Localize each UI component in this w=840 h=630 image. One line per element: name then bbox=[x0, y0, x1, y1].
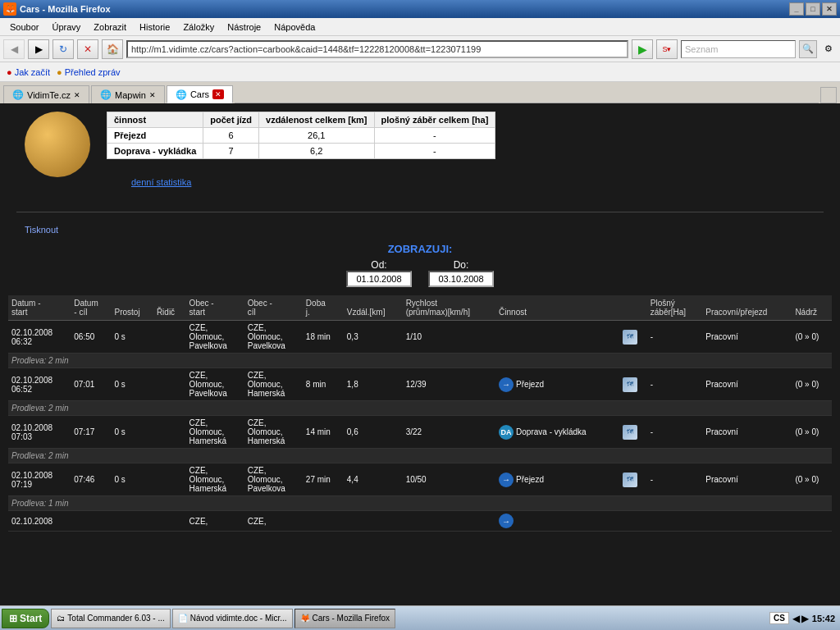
stats-cell-pocet-0: 6 bbox=[203, 128, 259, 144]
date-range: Od: Do: bbox=[4, 259, 836, 287]
search-engine-button[interactable]: S▾ bbox=[656, 39, 678, 59]
tisknout-area: Tisknout bbox=[0, 221, 840, 239]
cell-rychlost-3: 10/50 bbox=[403, 463, 495, 496]
cell-obec-cil-2: CZE,Olomouc,Hamerská bbox=[244, 416, 303, 449]
col-doba: Dobaj. bbox=[303, 295, 344, 321]
cell-nadrz-1: (0 » 0) bbox=[792, 368, 832, 401]
cell-rychlost-0: 1/10 bbox=[403, 321, 495, 354]
map-icon-2[interactable]: 🗺 bbox=[623, 425, 637, 440]
browser-content: činnost počet jízd vzdálenost celkem [km… bbox=[0, 103, 840, 605]
taskbar-item-totalcommander[interactable]: 🗂 Total Commander 6.03 - ... bbox=[51, 609, 170, 628]
cell-icon-0[interactable]: 🗺 bbox=[619, 321, 647, 354]
od-input[interactable] bbox=[346, 271, 412, 287]
cell-icon-4[interactable] bbox=[619, 511, 647, 532]
lang-indicator[interactable]: CS bbox=[769, 612, 789, 624]
menu-napoveda[interactable]: Nápověda bbox=[267, 21, 322, 34]
prodleva-row: Prodleva: 2 min bbox=[8, 401, 832, 416]
tab-close-vidimte[interactable]: ✕ bbox=[74, 91, 80, 99]
do-group: Do: bbox=[428, 259, 494, 287]
cell-ridic-1 bbox=[153, 368, 186, 401]
tab-mapwin[interactable]: 🌐 Mapwin ✕ bbox=[91, 85, 165, 103]
cell-icon-1[interactable]: 🗺 bbox=[619, 368, 647, 401]
cell-doba-3: 27 min bbox=[303, 463, 344, 496]
tab-close-cars[interactable]: ✕ bbox=[212, 89, 224, 99]
cell-nadrz-0: (0 » 0) bbox=[792, 321, 832, 354]
col-datum-cil: Datum- cíl bbox=[71, 295, 111, 321]
title-bar: 🦊 Cars - Mozilla Firefox _ □ ✕ bbox=[0, 0, 840, 18]
prodleva-label-1: Prodleva: 2 min bbox=[8, 401, 832, 416]
system-tray-icons: ◀ ▶ bbox=[792, 613, 809, 624]
taskbar-items: 🗂 Total Commander 6.03 - ... 📄 Návod vid… bbox=[51, 609, 768, 628]
activity-icon-prejezd-3: → bbox=[499, 472, 514, 487]
cell-obec-start-2: CZE,Olomouc,Hamerská bbox=[186, 416, 244, 449]
start-windows-icon: ⊞ bbox=[9, 613, 17, 624]
tab-close-mapwin[interactable]: ✕ bbox=[149, 91, 156, 99]
taskbar-right: CS ◀ ▶ 15:42 bbox=[769, 612, 838, 624]
col-cinnost: Činnost bbox=[495, 295, 619, 321]
cell-plosny-3: - bbox=[647, 463, 702, 496]
taskbar-item-firefox[interactable]: 🦊 Cars - Mozilla Firefox bbox=[294, 609, 395, 628]
cell-prostoj-4 bbox=[111, 511, 153, 532]
cell-rychlost-2: 3/22 bbox=[403, 416, 495, 449]
bookmark-jak-zacit[interactable]: ● Jak začít bbox=[7, 67, 50, 77]
taskbar-label-totalcommander: Total Commander 6.03 - ... bbox=[67, 614, 164, 623]
stats-header-vzdalenost: vzdálenost celkem [km] bbox=[259, 112, 375, 128]
settings-button[interactable]: ⚙ bbox=[820, 43, 837, 54]
menu-bar: Soubor Úpravy Zobrazit Historie Záložky … bbox=[0, 18, 840, 36]
map-icon-3[interactable]: 🗺 bbox=[623, 472, 637, 487]
cell-obec-cil-0: CZE,Olomouc,Pavelkova bbox=[244, 321, 303, 354]
start-button[interactable]: ⊞ Start bbox=[2, 609, 49, 628]
forward-button[interactable]: ▶ bbox=[28, 39, 49, 59]
stats-row-prejezd: Přejezd 6 26,1 - bbox=[107, 128, 495, 144]
start-label: Start bbox=[20, 613, 42, 624]
back-button[interactable]: ◀ bbox=[3, 39, 25, 59]
taskbar-label-firefox: Cars - Mozilla Firefox bbox=[313, 614, 390, 623]
cell-icon-3[interactable]: 🗺 bbox=[619, 463, 647, 496]
tab-icon-vidimte: 🌐 bbox=[12, 89, 24, 100]
cell-datum-start-0: 02.10.200806:32 bbox=[8, 321, 71, 354]
address-bar[interactable]: http://m1.vidimte.cz/cars?action=carbook… bbox=[126, 40, 628, 58]
stop-button[interactable]: ✕ bbox=[77, 39, 98, 59]
activity-label-1: Přejezd bbox=[516, 380, 544, 389]
activity-icon-doprava-2: DA bbox=[499, 425, 514, 440]
taskbar-icon-word: 📄 bbox=[178, 614, 188, 623]
cell-rychlost-4 bbox=[403, 511, 495, 532]
denni-statistika-link[interactable]: denní statistika bbox=[131, 177, 471, 187]
do-input[interactable] bbox=[428, 271, 494, 287]
maximize-button[interactable]: □ bbox=[806, 2, 820, 16]
menu-historie[interactable]: Historie bbox=[133, 21, 176, 34]
go-button[interactable]: ▶ bbox=[632, 39, 653, 59]
map-icon-1[interactable]: 🗺 bbox=[623, 377, 637, 392]
search-submit-button[interactable]: 🔍 bbox=[799, 40, 817, 58]
new-tab-button[interactable] bbox=[820, 87, 837, 103]
table-row: 02.10.200806:32 06:50 0 s CZE,Olomouc,Pa… bbox=[8, 321, 832, 354]
cell-plosny-2: - bbox=[647, 416, 702, 449]
taskbar-item-word[interactable]: 📄 Návod vidimte.doc - Micr... bbox=[172, 609, 293, 628]
menu-soubor[interactable]: Soubor bbox=[3, 21, 45, 34]
menu-upravy[interactable]: Úpravy bbox=[45, 21, 87, 34]
search-bar[interactable]: Seznam bbox=[681, 40, 796, 58]
reload-button[interactable]: ↻ bbox=[52, 39, 74, 59]
home-button[interactable]: 🏠 bbox=[102, 39, 123, 59]
cell-cinnost-2: DA Doprava - vykládka bbox=[495, 416, 619, 449]
bookmarks-bar: ● Jak začít ● Přehled zpráv bbox=[0, 62, 840, 82]
menu-nastroje[interactable]: Nástroje bbox=[221, 21, 267, 34]
cell-doba-0: 18 min bbox=[303, 321, 344, 354]
tab-vidimtecz[interactable]: 🌐 VidimTe.cz ✕ bbox=[3, 85, 89, 103]
bookmark-prehled-zprav[interactable]: ● Přehled zpráv bbox=[57, 67, 121, 77]
activity-label-2: Doprava - vykládka bbox=[516, 427, 587, 436]
tab-cars[interactable]: 🌐 Cars ✕ bbox=[167, 85, 233, 103]
cell-datum-start-2: 02.10.200807:03 bbox=[8, 416, 71, 449]
minimize-button[interactable]: _ bbox=[789, 2, 804, 16]
stats-header-pocet: počet jízd bbox=[203, 112, 259, 128]
map-icon-0[interactable]: 🗺 bbox=[623, 330, 637, 345]
activity-icon-prejezd-4: → bbox=[499, 514, 514, 528]
cell-icon-2[interactable]: 🗺 bbox=[619, 416, 647, 449]
menu-zalozky[interactable]: Záložky bbox=[176, 21, 221, 34]
menu-zobrazit[interactable]: Zobrazit bbox=[87, 21, 133, 34]
cell-prostoj-0: 0 s bbox=[111, 321, 153, 354]
close-button[interactable]: ✕ bbox=[822, 2, 837, 16]
tisknout-link[interactable]: Tisknout bbox=[25, 225, 58, 235]
stats-section: činnost počet jízd vzdálenost celkem [km… bbox=[107, 112, 495, 195]
data-table-wrap: Datum -start Datum- cíl Prostoj Řidič Ob… bbox=[0, 295, 840, 532]
